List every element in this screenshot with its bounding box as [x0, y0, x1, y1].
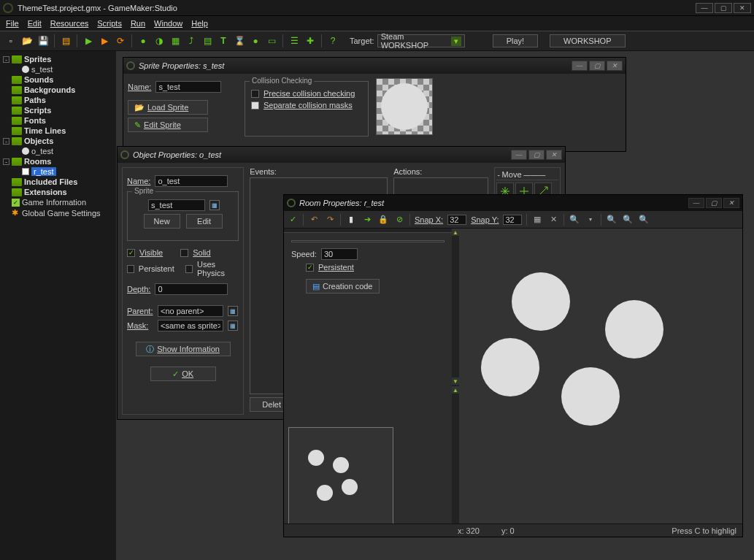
depth-input[interactable]	[155, 283, 228, 295]
run-icon[interactable]: ▶	[82, 34, 95, 47]
vertical-scrollbar[interactable]: ▲ ▼ ▲	[452, 229, 459, 537]
undo-icon[interactable]: ↶	[308, 214, 320, 226]
room-persistent-checkbox[interactable]	[306, 264, 314, 272]
sound-icon[interactable]: ◑	[153, 34, 166, 47]
sprite-picker-button[interactable]: ▦	[209, 200, 220, 210]
snapy-input[interactable]	[503, 215, 522, 225]
maximize-button[interactable]: ▢	[706, 198, 722, 208]
room-minimap[interactable]	[288, 427, 393, 532]
minimize-button[interactable]: —	[572, 61, 588, 71]
edit-sprite-button[interactable]: ✎Edit Sprite	[128, 118, 208, 132]
new-icon[interactable]: ▫	[4, 34, 18, 47]
mask-input[interactable]	[158, 320, 223, 331]
maximize-button[interactable]: ▢	[528, 150, 545, 160]
maximize-button[interactable]: ▢	[589, 61, 605, 71]
play-button[interactable]: Play!	[493, 34, 538, 47]
list-icon[interactable]: ☰	[288, 34, 301, 47]
sprite-window-titlebar[interactable]: Sprite Properties: s_test — ▢ ✕	[123, 58, 626, 74]
visible-checkbox[interactable]	[127, 249, 135, 257]
zoom-fit-icon[interactable]: 🔍	[638, 214, 650, 226]
menu-window[interactable]: Window	[154, 19, 182, 28]
tree-objects[interactable]: -Objects	[1, 136, 115, 146]
mask-picker-button[interactable]: ▦	[228, 321, 238, 331]
parent-input[interactable]	[158, 305, 223, 317]
tree-gameinfo[interactable]: ✓Game Information	[1, 197, 115, 207]
object-icon[interactable]: ●	[249, 34, 262, 47]
file-icon[interactable]: ▮	[345, 214, 357, 226]
sprite-name-input[interactable]	[155, 81, 221, 93]
menu-resources[interactable]: Resources	[50, 19, 89, 28]
snapx-input[interactable]	[447, 215, 466, 225]
path-icon[interactable]: ⤴	[185, 34, 198, 47]
room-canvas[interactable]	[459, 229, 742, 537]
tree-extensions[interactable]: Extensions	[1, 187, 115, 197]
menu-help[interactable]: Help	[191, 19, 208, 28]
add-icon[interactable]: ✚	[304, 34, 317, 47]
redo-icon[interactable]: ↷	[324, 214, 336, 226]
parent-picker-button[interactable]: ▦	[228, 306, 238, 316]
shift-right-icon[interactable]: ➔	[361, 214, 373, 226]
tree-timelines[interactable]: Time Lines	[1, 126, 115, 136]
sprite-icon[interactable]: ●	[136, 34, 150, 47]
object-window-titlebar[interactable]: Object Properties: o_test — ▢ ✕	[118, 147, 565, 163]
menu-run[interactable]: Run	[131, 19, 145, 28]
close-button[interactable]: ✕	[607, 61, 623, 71]
grid-icon[interactable]: ▦	[531, 214, 543, 226]
load-sprite-button[interactable]: 📂Load Sprite	[128, 100, 208, 115]
debug-icon[interactable]: ▶	[98, 34, 111, 47]
persistent-checkbox[interactable]	[127, 265, 134, 273]
tree-backgrounds[interactable]: Backgrounds	[1, 85, 115, 95]
tree-included[interactable]: Included Files	[1, 177, 115, 187]
object-name-input[interactable]	[155, 175, 228, 187]
minimize-button[interactable]: —	[688, 198, 704, 208]
zoom-reset-icon[interactable]: 🔍	[569, 214, 580, 226]
tree-r-test[interactable]: r_test	[1, 166, 115, 177]
tree-global[interactable]: ✱Global Game Settings	[1, 207, 115, 218]
close-button[interactable]: ✕	[546, 150, 562, 160]
tree-fonts[interactable]: Fonts	[1, 115, 115, 126]
tree-rooms[interactable]: -Rooms	[1, 156, 115, 166]
tree-s-test[interactable]: s_test	[1, 64, 115, 74]
new-button[interactable]: New	[144, 214, 180, 229]
zoom-out-icon[interactable]: 🔍	[606, 214, 618, 226]
room-icon[interactable]: ▭	[265, 34, 278, 47]
ok-icon[interactable]: ✓	[287, 214, 299, 226]
menu-scripts[interactable]: Scripts	[97, 19, 122, 28]
solid-checkbox[interactable]	[180, 249, 188, 257]
physics-checkbox[interactable]	[185, 265, 193, 273]
save-icon[interactable]: 💾	[36, 34, 50, 47]
tree-scripts[interactable]: Scripts	[1, 105, 115, 115]
font-icon[interactable]: T	[217, 34, 230, 47]
separate-checkbox[interactable]	[251, 101, 259, 110]
minimize-button[interactable]: —	[696, 3, 713, 13]
help-icon[interactable]: ?	[326, 34, 339, 47]
zoom-in-icon[interactable]: 🔍	[622, 214, 634, 226]
zoom-dropdown-icon[interactable]: ▾	[585, 214, 596, 226]
target-combo[interactable]: Steam WORKSHOP ▾	[377, 34, 465, 47]
tree-o-test[interactable]: o_test	[1, 146, 115, 156]
menu-edit[interactable]: Edit	[28, 19, 42, 28]
precise-checkbox[interactable]	[251, 90, 259, 98]
maximize-button[interactable]: ▢	[715, 3, 732, 13]
workshop-button[interactable]: WORKSHOP	[550, 34, 625, 47]
open-icon[interactable]: 📂	[20, 34, 34, 47]
script-icon[interactable]: ▤	[201, 34, 214, 47]
stop-icon[interactable]: ⟳	[114, 34, 127, 47]
room-window-titlebar[interactable]: Room Properties: r_test — ▢ ✕	[284, 195, 742, 211]
close-button[interactable]: ✕	[734, 3, 751, 13]
close-button[interactable]: ✕	[723, 198, 739, 208]
tree-sprites[interactable]: -Sprites	[1, 54, 115, 64]
ok-button[interactable]: ✓OK	[150, 367, 216, 381]
timeline-icon[interactable]: ⌛	[233, 34, 246, 47]
export-icon[interactable]: ▤	[59, 34, 72, 47]
show-info-button[interactable]: ⓘShow Information	[136, 342, 231, 356]
unlock-icon[interactable]: ⊘	[393, 214, 405, 226]
creation-code-button[interactable]: ▤Creation code	[306, 279, 380, 294]
lock-icon[interactable]: 🔒	[377, 214, 389, 226]
edit-button[interactable]: Edit	[186, 214, 223, 229]
tree-sounds[interactable]: Sounds	[1, 74, 115, 85]
sprite-select-input[interactable]	[148, 199, 205, 211]
menu-file[interactable]: File	[6, 19, 19, 28]
tree-paths[interactable]: Paths	[1, 95, 115, 105]
minimize-button[interactable]: —	[511, 150, 527, 160]
